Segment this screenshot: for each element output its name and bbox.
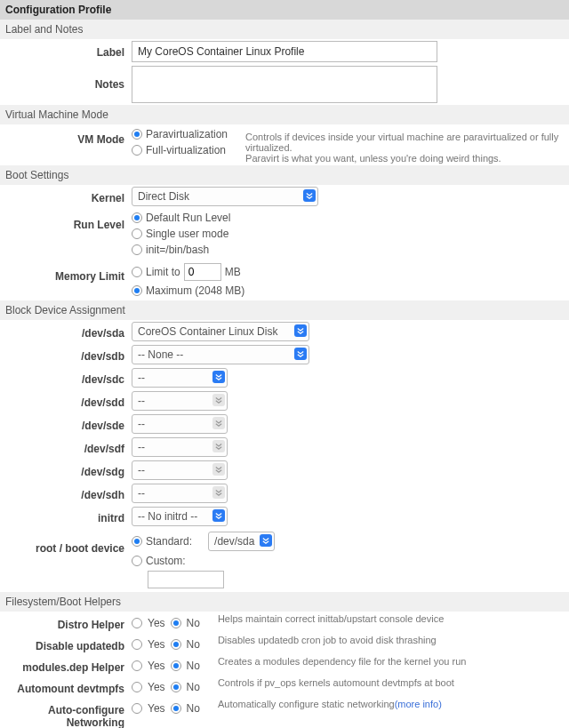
label-dev-sde: /dev/sde [5,414,132,432]
updatedb-yes-radio[interactable] [132,639,142,650]
section-vm-mode: Virtual Machine Mode [0,105,569,124]
updatedb-help: Disables updatedb cron job to avoid disk… [200,635,564,645]
modules-no-radio[interactable] [171,660,181,671]
label-run-level: Run Level [5,210,132,231]
distro-yes-radio[interactable] [132,618,142,628]
chevron-down-icon [294,348,307,360]
section-label-notes: Label and Notes [0,20,569,39]
label-dev-sdd: /dev/sdd [5,391,132,409]
label-dev-sda: /dev/sda [5,322,132,340]
updatedb-no-radio[interactable] [171,639,181,650]
vm-full-label: Full-virtualization [146,144,226,156]
notes-textarea[interactable] [132,66,437,103]
autonet-help: Automatically configure static networkin… [200,699,564,709]
label-dev-sdg: /dev/sdg [5,460,132,478]
label-dev-sdb: /dev/sdb [5,345,132,363]
automount-yes-radio[interactable] [132,682,142,692]
distro-no-radio[interactable] [171,618,181,628]
root-standard-radio[interactable] [132,536,142,547]
label-distro-helper: Distro Helper [5,613,132,631]
modules-yes-radio[interactable] [132,660,142,671]
label-automount: Automount devtmpfs [5,677,132,695]
automount-help: Controls if pv_ops kernels automount dev… [200,677,564,688]
label-initrd: initrd [5,507,132,524]
dev-sdd-select[interactable]: -- [132,391,228,411]
runlevel-single-radio[interactable] [132,228,142,239]
more-info-link[interactable]: (more info) [395,699,442,709]
section-boot: Boot Settings [0,165,569,185]
dev-sda-select[interactable]: CoreOS Container Linux Disk [132,322,309,341]
distro-help: Helps maintain correct inittab/upstart c… [200,613,564,624]
dev-sde-select[interactable]: -- [132,414,228,434]
label-notes: Notes [5,66,132,91]
label-dev-sdc: /dev/sdc [5,368,132,386]
mem-limit-radio[interactable] [132,267,142,277]
dev-sdf-select[interactable]: -- [132,437,228,457]
label-dev-sdf: /dev/sdf [5,437,132,455]
initrd-select[interactable]: -- No initrd -- [132,507,228,526]
chevron-down-icon [212,463,225,476]
chevron-down-icon [212,440,225,452]
mem-max-radio[interactable] [132,285,142,296]
chevron-down-icon [212,394,225,406]
label-label: Label [5,41,132,59]
section-fs-helpers: Filesystem/Boot Helpers [0,592,569,612]
vm-paravirt-label: Paravirtualization [146,128,228,140]
autonet-yes-radio[interactable] [132,703,142,714]
chevron-down-icon [212,417,225,429]
chevron-down-icon [294,324,307,337]
label-modules-dep: modules.dep Helper [5,656,132,674]
section-bda: Block Device Assignment [0,300,569,320]
root-custom-radio[interactable] [132,556,142,566]
dev-sdc-select[interactable]: -- [132,368,228,388]
chevron-down-icon [212,371,225,383]
dev-sdb-select[interactable]: -- None -- [132,345,309,364]
root-custom-input[interactable] [148,571,224,588]
label-memory-limit: Memory Limit [5,261,132,283]
dev-sdg-select[interactable]: -- [132,460,228,480]
runlevel-default-radio[interactable] [132,212,142,223]
vm-mode-help: Controls if devices inside your virtual … [228,126,564,164]
chevron-down-icon [212,509,225,522]
label-vm-mode: VM Mode [5,126,132,146]
chevron-down-icon [260,534,272,547]
label-auto-net: Auto-configure Networking [5,699,132,728]
autonet-no-radio[interactable] [171,703,181,714]
label-input[interactable] [132,41,437,62]
root-standard-select[interactable]: /dev/sda [208,532,275,551]
dev-sdh-select[interactable]: -- [132,484,228,503]
label-root-boot: root / boot device [5,530,132,555]
label-disable-updatedb: Disable updatedb [5,635,132,652]
kernel-select[interactable]: Direct Disk [132,187,318,206]
label-dev-sdh: /dev/sdh [5,484,132,501]
vm-paravirt-radio[interactable] [132,129,142,140]
chevron-down-icon [212,486,225,499]
modules-help: Creates a modules dependency file for th… [200,656,564,667]
label-kernel: Kernel [5,187,132,204]
chevron-down-icon [303,189,316,202]
mem-limit-input[interactable] [184,263,221,281]
automount-no-radio[interactable] [171,682,181,692]
runlevel-bash-radio[interactable] [132,244,142,255]
vm-full-radio[interactable] [132,145,142,156]
page-title: Configuration Profile [0,0,569,20]
